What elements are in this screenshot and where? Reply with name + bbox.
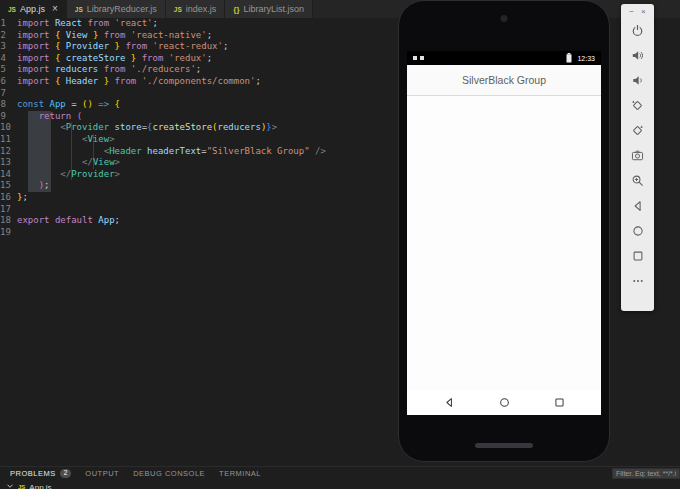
code-line: 2import { View } from 'react-native'; — [0, 30, 398, 42]
code-line: 19 — [0, 227, 398, 239]
app-header: SilverBlack Group — [407, 65, 601, 96]
line-number: 3 — [0, 41, 17, 53]
rotate-left-icon — [631, 99, 644, 112]
minimize-icon[interactable]: − — [629, 8, 634, 16]
power-button[interactable] — [621, 18, 654, 43]
code-line: 16}; — [0, 192, 398, 204]
line-number: 4 — [0, 53, 17, 65]
line-number: 16 — [0, 192, 17, 204]
camera-dot — [501, 15, 508, 22]
tab-librarylist-json[interactable]: {} LibraryList.json — [225, 0, 313, 18]
line-number: 7 — [0, 88, 17, 100]
power-icon — [631, 24, 644, 37]
android-emulator-phone: 12:33 SilverBlack Group — [398, 0, 610, 462]
tab-app-js[interactable]: JS App.js × — [0, 0, 67, 18]
problems-count-badge: 2 — [60, 469, 72, 478]
code-line: 18export default App; — [0, 215, 398, 227]
code-line: 7 — [0, 88, 398, 100]
rotate-left-button[interactable] — [621, 93, 654, 118]
nav-overview-button[interactable] — [554, 394, 565, 412]
chevron-down-icon — [6, 482, 14, 489]
line-number: 19 — [0, 227, 17, 239]
line-number: 12 — [0, 146, 17, 158]
line-number: 9 — [0, 111, 17, 123]
problems-filter-input[interactable] — [612, 468, 680, 479]
code-line: 6import { Header } from './components/co… — [0, 76, 398, 88]
volume-down-button[interactable] — [621, 68, 654, 93]
status-time: 12:33 — [577, 55, 595, 62]
line-number: 15 — [0, 180, 17, 192]
js-file-icon: JS — [18, 484, 25, 489]
line-number: 1 — [0, 18, 17, 30]
tab-debug-console[interactable]: DEBUG CONSOLE — [133, 469, 205, 478]
code-line: 4import { createStore } from 'redux'; — [0, 53, 398, 65]
notification-icon — [413, 56, 417, 60]
problems-file-row[interactable]: JS App.js — [6, 480, 52, 489]
camera-button[interactable] — [621, 143, 654, 168]
line-number: 11 — [0, 134, 17, 146]
back-icon — [632, 200, 644, 212]
back-button[interactable] — [621, 193, 654, 218]
problems-label: PROBLEMS — [10, 469, 56, 478]
js-file-icon: JS — [174, 6, 182, 13]
camera-icon — [631, 149, 644, 162]
emulator-buttons — [621, 18, 654, 293]
tab-problems[interactable]: PROBLEMS 2 — [10, 469, 71, 478]
code-line: 12 <Header headerText="SilverBlack Group… — [0, 146, 398, 158]
vscode-window: JS App.js × JS LibraryReducer.js JS inde… — [0, 0, 680, 489]
phone-screen[interactable]: 12:33 SilverBlack Group — [407, 51, 601, 415]
rotate-right-button[interactable] — [621, 118, 654, 143]
emulator-toolbar: − × — [621, 4, 654, 311]
nav-home-button[interactable] — [499, 394, 510, 412]
rotate-right-icon — [631, 124, 644, 137]
js-file-icon: JS — [75, 6, 83, 13]
volume-down-icon — [631, 74, 644, 87]
code-line: 11 <View> — [0, 134, 398, 146]
code-line: 10 <Provider store={createStore(reducers… — [0, 122, 398, 134]
phone-nav-bar — [407, 390, 601, 415]
app-content — [407, 96, 601, 390]
close-icon[interactable]: × — [641, 8, 646, 16]
overview-button[interactable] — [621, 243, 654, 268]
line-number: 2 — [0, 30, 17, 42]
tab-label: LibraryReducer.js — [87, 4, 157, 14]
panel-tab-bar: PROBLEMS 2 OUTPUT DEBUG CONSOLE TERMINAL — [0, 466, 680, 480]
tab-label: LibraryList.json — [244, 4, 305, 14]
line-number: 17 — [0, 204, 17, 216]
code-line: 8const App = () => { — [0, 99, 398, 111]
line-number: 5 — [0, 64, 17, 76]
close-icon[interactable]: × — [52, 4, 58, 14]
problems-file-name: App.js — [29, 483, 51, 489]
nav-back-button[interactable] — [444, 394, 455, 412]
emulator-window-controls: − × — [629, 6, 645, 18]
tab-label: App.js — [20, 4, 45, 14]
code-line: 1import React from 'react'; — [0, 18, 398, 30]
code-line: 3import { Provider } from 'react-redux'; — [0, 41, 398, 53]
more-icon — [632, 275, 644, 287]
home-button[interactable] — [621, 218, 654, 243]
app-header-title: SilverBlack Group — [462, 74, 546, 86]
speaker-bar — [475, 443, 533, 448]
volume-up-icon — [631, 49, 644, 62]
more-button[interactable] — [621, 268, 654, 293]
code-line: 17 — [0, 204, 398, 216]
line-number: 6 — [0, 76, 17, 88]
code-editor[interactable]: 1import React from 'react';2import { Vie… — [0, 18, 398, 258]
home-icon — [632, 225, 644, 237]
json-file-icon: {} — [233, 5, 239, 14]
line-number: 10 — [0, 122, 17, 134]
code-line: 9 return ( — [0, 111, 398, 123]
tab-terminal[interactable]: TERMINAL — [219, 469, 261, 478]
js-file-icon: JS — [8, 6, 16, 13]
code-line: 13 </View> — [0, 157, 398, 169]
code-line: 5import reducers from './reducers'; — [0, 64, 398, 76]
line-number: 14 — [0, 169, 17, 181]
line-number: 13 — [0, 157, 17, 169]
zoom-button[interactable] — [621, 168, 654, 193]
code-line: 15 ); — [0, 180, 398, 192]
tab-index-js[interactable]: JS index.js — [166, 0, 225, 18]
zoom-icon — [631, 174, 644, 187]
volume-up-button[interactable] — [621, 43, 654, 68]
tab-libraryreducer-js[interactable]: JS LibraryReducer.js — [67, 0, 166, 18]
tab-output[interactable]: OUTPUT — [85, 469, 119, 478]
